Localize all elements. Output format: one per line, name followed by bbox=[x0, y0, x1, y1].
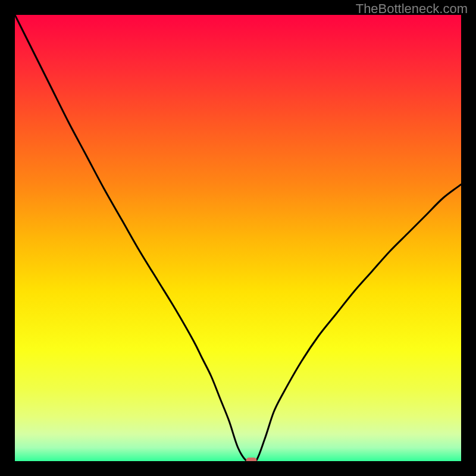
chart-svg bbox=[15, 15, 461, 461]
optimal-point-marker bbox=[246, 458, 257, 461]
gradient-background bbox=[15, 15, 461, 461]
bottleneck-plot bbox=[15, 15, 461, 461]
chart-frame: TheBottleneck.com bbox=[0, 0, 476, 476]
